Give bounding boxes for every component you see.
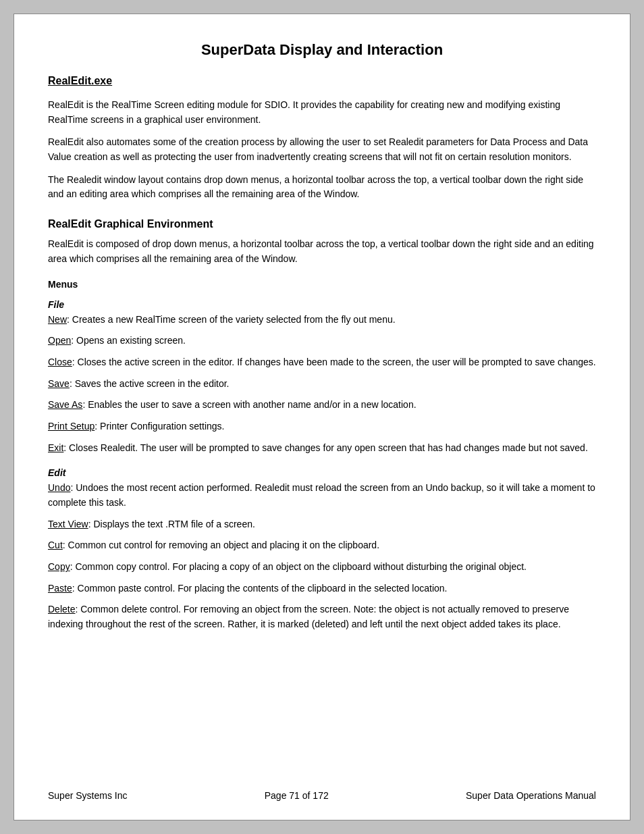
file-item-printsetup-label: Print Setup bbox=[48, 421, 95, 432]
edit-item-cut: Cut: Common cut control for removing an … bbox=[48, 538, 596, 553]
edit-item-delete-label: Delete bbox=[48, 604, 75, 615]
intro-para-1: RealEdit is the RealTime Screen editing … bbox=[48, 98, 596, 127]
menus-label: Menus bbox=[48, 279, 596, 290]
edit-item-textview-label: Text View bbox=[48, 519, 88, 529]
edit-item-undo-desc: : Undoes the most recent action performe… bbox=[48, 482, 595, 508]
footer-center: Page 71 of 172 bbox=[265, 790, 329, 801]
page-container: SuperData Display and Interaction RealEd… bbox=[14, 14, 630, 820]
graphical-section-heading: RealEdit Graphical Environment bbox=[48, 218, 596, 230]
edit-item-cut-desc: : Common cut control for removing an obj… bbox=[63, 540, 379, 550]
edit-item-paste-desc: : Common paste control. For placing the … bbox=[72, 583, 448, 594]
footer-right: Super Data Operations Manual bbox=[466, 790, 596, 801]
file-item-exit-desc: : Closes Realedit. The user will be prom… bbox=[63, 442, 587, 453]
edit-item-undo: Undo: Undoes the most recent action perf… bbox=[48, 481, 596, 510]
edit-item-undo-label: Undo bbox=[48, 482, 70, 493]
file-item-save: Save: Saves the active screen in the edi… bbox=[48, 377, 596, 392]
file-item-new: New: Creates a new RealTime screen of th… bbox=[48, 313, 596, 328]
edit-item-paste-label: Paste bbox=[48, 583, 72, 594]
main-heading: RealEdit.exe bbox=[48, 75, 596, 87]
file-item-exit-label: Exit bbox=[48, 442, 63, 453]
file-item-new-label: New bbox=[48, 314, 67, 325]
edit-item-paste: Paste: Common paste control. For placing… bbox=[48, 581, 596, 596]
footer-left: Super Systems Inc bbox=[48, 790, 128, 801]
file-item-open-desc: : Opens an existing screen. bbox=[71, 335, 186, 346]
page-title: SuperData Display and Interaction bbox=[48, 41, 596, 59]
edit-item-delete-desc: : Common delete control. For removing an… bbox=[48, 604, 569, 629]
intro-para-2: RealEdit also automates some of the crea… bbox=[48, 135, 596, 164]
file-item-saveas-desc: : Enables the user to save a screen with… bbox=[82, 399, 416, 410]
edit-item-textview: Text View: Displays the text .RTM file o… bbox=[48, 517, 596, 532]
file-item-save-desc: : Saves the active screen in the editor. bbox=[70, 378, 230, 389]
file-item-printsetup-desc: : Printer Configuration settings. bbox=[95, 421, 224, 432]
file-item-close: Close: Closes the active screen in the e… bbox=[48, 355, 596, 370]
file-item-new-desc: : Creates a new RealTime screen of the v… bbox=[67, 314, 396, 325]
footer: Super Systems Inc Page 71 of 172 Super D… bbox=[48, 790, 596, 801]
file-item-save-label: Save bbox=[48, 378, 70, 389]
edit-item-copy-desc: : Common copy control. For placing a cop… bbox=[70, 561, 527, 572]
file-item-close-label: Close bbox=[48, 357, 72, 367]
file-category: File bbox=[48, 299, 596, 310]
edit-item-cut-label: Cut bbox=[48, 540, 63, 550]
graphical-section-para: RealEdit is composed of drop down menus,… bbox=[48, 237, 596, 266]
file-item-saveas: Save As: Enables the user to save a scre… bbox=[48, 398, 596, 413]
file-item-exit: Exit: Closes Realedit. The user will be … bbox=[48, 441, 596, 456]
edit-category: Edit bbox=[48, 467, 596, 478]
edit-item-copy: Copy: Common copy control. For placing a… bbox=[48, 560, 596, 575]
file-item-close-desc: : Closes the active screen in the editor… bbox=[72, 357, 596, 367]
file-item-open-label: Open bbox=[48, 335, 71, 346]
edit-item-copy-label: Copy bbox=[48, 561, 70, 572]
file-item-printsetup: Print Setup: Printer Configuration setti… bbox=[48, 419, 596, 434]
intro-para-3: The Realedit window layout contains drop… bbox=[48, 173, 596, 202]
edit-item-textview-desc: : Displays the text .RTM file of a scree… bbox=[88, 519, 255, 529]
edit-item-delete: Delete: Common delete control. For remov… bbox=[48, 602, 596, 631]
file-item-open: Open: Opens an existing screen. bbox=[48, 334, 596, 348]
file-item-saveas-label: Save As bbox=[48, 399, 82, 410]
